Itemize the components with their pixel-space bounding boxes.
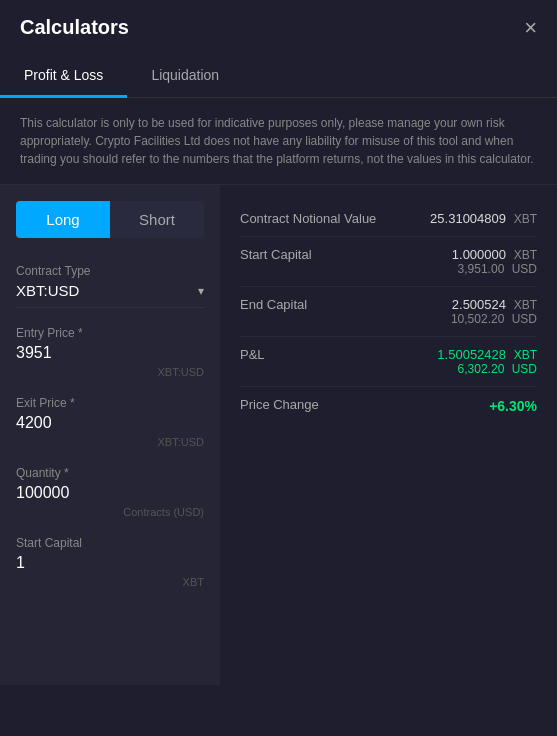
start-capital-result-values: 1.000000 XBT 3,951.00 USD xyxy=(452,247,537,276)
pnl-result-label: P&L xyxy=(240,347,437,362)
start-capital-label: Start Capital xyxy=(16,536,204,550)
main-content: Long Short Contract Type XBT:USD ▾ Entry… xyxy=(0,185,557,685)
entry-price-input[interactable] xyxy=(16,344,204,362)
tab-liquidation[interactable]: Liquidation xyxy=(127,55,243,98)
pnl-result-values: 1.50052428 XBT 6,302.20 USD xyxy=(437,347,537,376)
start-capital-result-row: Start Capital 1.000000 XBT 3,951.00 USD xyxy=(240,237,537,287)
contract-type-value: XBT:USD xyxy=(16,282,79,299)
modal: Calculators × Profit & Loss Liquidation … xyxy=(0,0,557,736)
pnl-result-row: P&L 1.50052428 XBT 6,302.20 USD xyxy=(240,337,537,387)
end-capital-result-label: End Capital xyxy=(240,297,451,312)
right-panel: Contract Notional Value 25.31004809 XBT … xyxy=(220,185,557,685)
contract-type-select[interactable]: XBT:USD ▾ xyxy=(16,282,204,299)
start-capital-usd-val: 3,951.00 USD xyxy=(452,262,537,276)
exit-price-group: Exit Price * xyxy=(0,386,220,432)
disclaimer-text: This calculator is only to be used for i… xyxy=(0,98,557,185)
contract-type-group: Contract Type XBT:USD ▾ xyxy=(0,254,220,299)
modal-title: Calculators xyxy=(20,16,129,39)
start-capital-unit: XBT xyxy=(0,572,220,596)
contract-notional-values: 25.31004809 XBT xyxy=(430,211,537,226)
tab-pnl[interactable]: Profit & Loss xyxy=(0,55,127,98)
modal-header: Calculators × xyxy=(0,0,557,55)
long-button[interactable]: Long xyxy=(16,201,110,238)
start-capital-xbt-val: 1.000000 XBT xyxy=(452,247,537,262)
end-capital-xbt-val: 2.500524 XBT xyxy=(451,297,537,312)
entry-price-unit: XBT:USD xyxy=(0,362,220,386)
left-panel: Long Short Contract Type XBT:USD ▾ Entry… xyxy=(0,185,220,685)
entry-price-group: Entry Price * xyxy=(0,316,220,362)
chevron-down-icon: ▾ xyxy=(198,284,204,298)
quantity-group: Quantity * xyxy=(0,456,220,502)
end-capital-result-row: End Capital 2.500524 XBT 10,502.20 USD xyxy=(240,287,537,337)
start-capital-result-label: Start Capital xyxy=(240,247,452,262)
quantity-unit: Contracts (USD) xyxy=(0,502,220,526)
pnl-xbt-val: 1.50052428 XBT xyxy=(437,347,537,362)
close-button[interactable]: × xyxy=(524,17,537,39)
price-change-value: +6.30% xyxy=(489,398,537,414)
start-capital-input[interactable] xyxy=(16,554,204,572)
exit-price-unit: XBT:USD xyxy=(0,432,220,456)
end-capital-result-values: 2.500524 XBT 10,502.20 USD xyxy=(451,297,537,326)
price-change-result-values: +6.30% xyxy=(489,397,537,415)
start-capital-group: Start Capital xyxy=(0,526,220,572)
exit-price-input[interactable] xyxy=(16,414,204,432)
quantity-label: Quantity * xyxy=(16,466,204,480)
price-change-result-row: Price Change +6.30% xyxy=(240,387,537,425)
contract-notional-xbt: 25.31004809 XBT xyxy=(430,211,537,226)
divider-1 xyxy=(16,307,204,308)
exit-price-label: Exit Price * xyxy=(16,396,204,410)
tab-bar: Profit & Loss Liquidation xyxy=(0,55,557,98)
quantity-input[interactable] xyxy=(16,484,204,502)
entry-price-label: Entry Price * xyxy=(16,326,204,340)
contract-type-label: Contract Type xyxy=(16,264,204,278)
contract-notional-label: Contract Notional Value xyxy=(240,211,430,226)
end-capital-usd-val: 10,502.20 USD xyxy=(451,312,537,326)
contract-notional-row: Contract Notional Value 25.31004809 XBT xyxy=(240,201,537,237)
short-button[interactable]: Short xyxy=(110,201,204,238)
pnl-usd-val: 6,302.20 USD xyxy=(437,362,537,376)
direction-selector: Long Short xyxy=(0,185,220,254)
price-change-result-label: Price Change xyxy=(240,397,489,412)
